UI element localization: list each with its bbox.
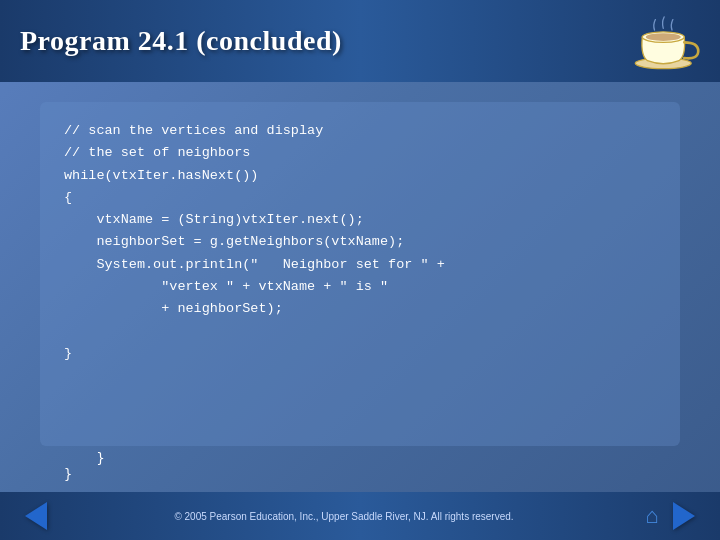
home-button[interactable]: ⌂	[636, 500, 668, 532]
closing-braces: } }	[40, 446, 680, 482]
copyright-text: © 2005 Pearson Education, Inc., Upper Sa…	[52, 511, 636, 522]
code-block: // scan the vertices and display // the …	[40, 102, 680, 446]
right-arrow-icon	[673, 502, 695, 530]
content-area: // scan the vertices and display // the …	[0, 82, 720, 492]
left-arrow-icon	[25, 502, 47, 530]
slide-title: Program 24.1 (concluded)	[20, 25, 342, 57]
slide: Program 24.1 (concluded) // scan the ver…	[0, 0, 720, 540]
next-button[interactable]	[668, 500, 700, 532]
teacup-icon	[630, 12, 700, 70]
title-bar: Program 24.1 (concluded)	[0, 0, 720, 82]
prev-button[interactable]	[20, 500, 52, 532]
home-icon: ⌂	[645, 505, 658, 527]
svg-point-2	[646, 33, 681, 41]
footer: © 2005 Pearson Education, Inc., Upper Sa…	[0, 492, 720, 540]
code-text: // scan the vertices and display // the …	[64, 120, 656, 365]
